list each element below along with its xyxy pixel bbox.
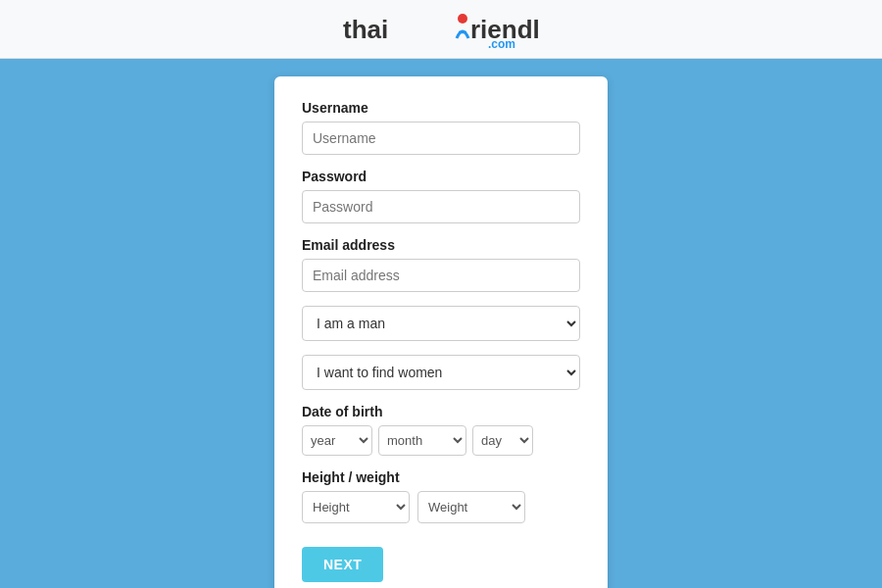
username-input[interactable] — [302, 122, 580, 155]
height-select[interactable]: Height — [302, 491, 410, 523]
svg-text:thai: thai — [343, 15, 388, 44]
dob-group: Date of birth year month day — [302, 404, 580, 456]
weight-select[interactable]: Weight — [417, 491, 525, 523]
password-group: Password — [302, 169, 580, 223]
find-group: I want to find women I want to find men — [302, 355, 580, 390]
email-input[interactable] — [302, 259, 580, 292]
site-header: thai riendly .com — [0, 0, 882, 59]
gender-select[interactable]: I am a man I am a woman — [302, 306, 580, 341]
email-group: Email address — [302, 237, 580, 292]
registration-form-card: Username Password Email address I am a m… — [274, 76, 608, 588]
logo-svg: thai riendly .com — [343, 11, 539, 48]
hw-label: Height / weight — [302, 469, 580, 485]
dob-year-select[interactable]: year — [302, 425, 372, 456]
password-label: Password — [302, 169, 580, 184]
username-label: Username — [302, 100, 580, 116]
gender-group: I am a man I am a woman — [302, 306, 580, 341]
next-button[interactable]: NEXT — [302, 547, 383, 582]
hw-row: Height Weight — [302, 491, 580, 523]
logo: thai riendly .com — [343, 11, 539, 48]
username-group: Username — [302, 100, 580, 155]
dob-day-select[interactable]: day — [472, 425, 533, 456]
hw-group: Height / weight Height Weight — [302, 469, 580, 523]
dob-row: year month day — [302, 425, 580, 456]
svg-text:.com: .com — [488, 37, 515, 48]
email-label: Email address — [302, 237, 580, 253]
svg-point-1 — [458, 14, 467, 24]
dob-label: Date of birth — [302, 404, 580, 419]
find-select[interactable]: I want to find women I want to find men — [302, 355, 580, 390]
dob-month-select[interactable]: month — [378, 425, 466, 456]
password-input[interactable] — [302, 190, 580, 223]
main-content: Username Password Email address I am a m… — [0, 59, 882, 588]
